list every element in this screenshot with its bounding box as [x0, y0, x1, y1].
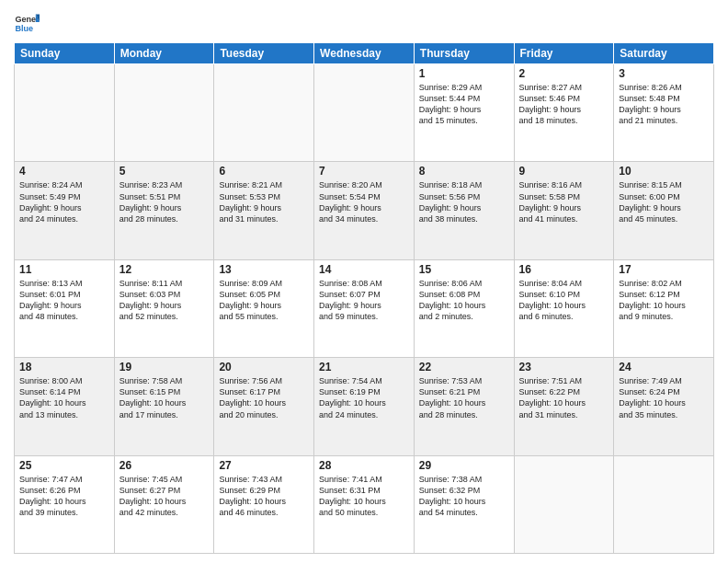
day-number: 26 — [119, 459, 210, 472]
day-info: Sunrise: 7:56 AM Sunset: 6:17 PM Dayligh… — [219, 375, 309, 420]
calendar-day-cell: 4Sunrise: 8:24 AM Sunset: 5:49 PM Daylig… — [15, 162, 115, 259]
calendar-day-cell: 29Sunrise: 7:38 AM Sunset: 6:32 PM Dayli… — [414, 455, 514, 553]
day-number: 5 — [119, 165, 210, 178]
day-number: 1 — [419, 67, 509, 80]
day-number: 24 — [619, 361, 709, 373]
calendar-day-cell: 27Sunrise: 7:43 AM Sunset: 6:29 PM Dayli… — [214, 455, 314, 553]
day-number: 4 — [19, 165, 109, 178]
calendar-day-cell — [114, 64, 214, 162]
day-number: 3 — [619, 67, 709, 80]
day-number: 18 — [19, 361, 109, 373]
day-number: 22 — [419, 361, 509, 373]
page: General Blue Sunday Monday Tuesday — [0, 0, 728, 563]
calendar-day-cell: 1Sunrise: 8:29 AM Sunset: 5:44 PM Daylig… — [414, 64, 514, 162]
day-info: Sunrise: 8:23 AM Sunset: 5:51 PM Dayligh… — [119, 179, 210, 224]
day-number: 17 — [619, 263, 709, 276]
day-info: Sunrise: 7:54 AM Sunset: 6:19 PM Dayligh… — [319, 375, 409, 420]
calendar-day-cell: 19Sunrise: 7:58 AM Sunset: 6:15 PM Dayli… — [114, 358, 214, 455]
calendar-day-cell: 24Sunrise: 7:49 AM Sunset: 6:24 PM Dayli… — [614, 358, 714, 455]
day-info: Sunrise: 7:58 AM Sunset: 6:15 PM Dayligh… — [119, 375, 210, 420]
calendar-day-cell: 22Sunrise: 7:53 AM Sunset: 6:21 PM Dayli… — [414, 358, 514, 455]
calendar-day-cell: 21Sunrise: 7:54 AM Sunset: 6:19 PM Dayli… — [314, 358, 415, 455]
day-number: 29 — [419, 459, 509, 472]
day-info: Sunrise: 8:16 AM Sunset: 5:58 PM Dayligh… — [519, 179, 609, 224]
calendar-day-cell — [514, 455, 614, 553]
logo: General Blue — [14, 9, 43, 35]
day-number: 10 — [619, 165, 709, 178]
day-info: Sunrise: 8:26 AM Sunset: 5:48 PM Dayligh… — [619, 82, 709, 127]
calendar-week-row: 1Sunrise: 8:29 AM Sunset: 5:44 PM Daylig… — [15, 64, 714, 162]
day-number: 2 — [519, 67, 609, 80]
day-info: Sunrise: 8:21 AM Sunset: 5:53 PM Dayligh… — [219, 179, 309, 224]
calendar-day-cell: 28Sunrise: 7:41 AM Sunset: 6:31 PM Dayli… — [314, 455, 415, 553]
day-info: Sunrise: 7:47 AM Sunset: 6:26 PM Dayligh… — [19, 474, 109, 519]
col-thursday: Thursday — [414, 43, 514, 64]
col-wednesday: Wednesday — [314, 43, 415, 64]
day-number: 27 — [219, 459, 309, 472]
day-number: 16 — [519, 263, 609, 276]
calendar-day-cell: 23Sunrise: 7:51 AM Sunset: 6:22 PM Dayli… — [514, 358, 614, 455]
calendar-day-cell: 17Sunrise: 8:02 AM Sunset: 6:12 PM Dayli… — [614, 259, 714, 357]
day-number: 13 — [219, 263, 309, 276]
calendar-day-cell: 10Sunrise: 8:15 AM Sunset: 6:00 PM Dayli… — [614, 162, 714, 259]
day-info: Sunrise: 8:20 AM Sunset: 5:54 PM Dayligh… — [319, 179, 409, 224]
calendar-day-cell: 18Sunrise: 8:00 AM Sunset: 6:14 PM Dayli… — [15, 358, 115, 455]
calendar-day-cell: 15Sunrise: 8:06 AM Sunset: 6:08 PM Dayli… — [414, 259, 514, 357]
col-sunday: Sunday — [15, 43, 115, 64]
day-number: 15 — [419, 263, 509, 276]
header: General Blue — [14, 9, 714, 35]
col-friday: Friday — [514, 43, 614, 64]
calendar-week-row: 11Sunrise: 8:13 AM Sunset: 6:01 PM Dayli… — [15, 259, 714, 357]
day-info: Sunrise: 8:24 AM Sunset: 5:49 PM Dayligh… — [19, 179, 109, 224]
calendar-day-cell — [314, 64, 415, 162]
day-info: Sunrise: 7:41 AM Sunset: 6:31 PM Dayligh… — [319, 474, 409, 519]
day-number: 14 — [319, 263, 409, 276]
calendar-week-row: 18Sunrise: 8:00 AM Sunset: 6:14 PM Dayli… — [15, 358, 714, 455]
day-info: Sunrise: 7:49 AM Sunset: 6:24 PM Dayligh… — [619, 375, 709, 420]
day-info: Sunrise: 8:09 AM Sunset: 6:05 PM Dayligh… — [219, 278, 309, 323]
calendar-day-cell: 5Sunrise: 8:23 AM Sunset: 5:51 PM Daylig… — [114, 162, 214, 259]
day-number: 21 — [319, 361, 409, 373]
day-number: 9 — [519, 165, 609, 178]
col-tuesday: Tuesday — [214, 43, 314, 64]
logo-icon: General Blue — [14, 9, 40, 35]
calendar-table: Sunday Monday Tuesday Wednesday Thursday… — [14, 42, 714, 554]
calendar-day-cell: 6Sunrise: 8:21 AM Sunset: 5:53 PM Daylig… — [214, 162, 314, 259]
day-number: 19 — [119, 361, 210, 373]
day-info: Sunrise: 8:06 AM Sunset: 6:08 PM Dayligh… — [419, 278, 509, 323]
col-monday: Monday — [114, 43, 214, 64]
day-info: Sunrise: 7:53 AM Sunset: 6:21 PM Dayligh… — [419, 375, 509, 420]
calendar-day-cell: 11Sunrise: 8:13 AM Sunset: 6:01 PM Dayli… — [15, 259, 115, 357]
day-info: Sunrise: 8:13 AM Sunset: 6:01 PM Dayligh… — [19, 278, 109, 323]
day-info: Sunrise: 8:29 AM Sunset: 5:44 PM Dayligh… — [419, 82, 509, 127]
calendar-day-cell: 14Sunrise: 8:08 AM Sunset: 6:07 PM Dayli… — [314, 259, 415, 357]
day-number: 23 — [519, 361, 609, 373]
day-info: Sunrise: 8:27 AM Sunset: 5:46 PM Dayligh… — [519, 82, 609, 127]
day-info: Sunrise: 7:45 AM Sunset: 6:27 PM Dayligh… — [119, 474, 210, 519]
calendar-day-cell — [214, 64, 314, 162]
day-number: 11 — [19, 263, 109, 276]
day-info: Sunrise: 7:51 AM Sunset: 6:22 PM Dayligh… — [519, 375, 609, 420]
calendar-day-cell: 7Sunrise: 8:20 AM Sunset: 5:54 PM Daylig… — [314, 162, 415, 259]
calendar-day-cell: 20Sunrise: 7:56 AM Sunset: 6:17 PM Dayli… — [214, 358, 314, 455]
day-info: Sunrise: 8:00 AM Sunset: 6:14 PM Dayligh… — [19, 375, 109, 420]
calendar-week-row: 4Sunrise: 8:24 AM Sunset: 5:49 PM Daylig… — [15, 162, 714, 259]
calendar-day-cell: 2Sunrise: 8:27 AM Sunset: 5:46 PM Daylig… — [514, 64, 614, 162]
svg-text:Blue: Blue — [15, 24, 33, 33]
day-number: 8 — [419, 165, 509, 178]
day-number: 7 — [319, 165, 409, 178]
calendar-day-cell: 25Sunrise: 7:47 AM Sunset: 6:26 PM Dayli… — [15, 455, 115, 553]
day-number: 6 — [219, 165, 309, 178]
day-number: 12 — [119, 263, 210, 276]
calendar-day-cell: 16Sunrise: 8:04 AM Sunset: 6:10 PM Dayli… — [514, 259, 614, 357]
calendar-day-cell: 26Sunrise: 7:45 AM Sunset: 6:27 PM Dayli… — [114, 455, 214, 553]
day-number: 25 — [19, 459, 109, 472]
calendar-header-row: Sunday Monday Tuesday Wednesday Thursday… — [15, 43, 714, 64]
day-info: Sunrise: 8:02 AM Sunset: 6:12 PM Dayligh… — [619, 278, 709, 323]
day-info: Sunrise: 8:18 AM Sunset: 5:56 PM Dayligh… — [419, 179, 509, 224]
day-number: 28 — [319, 459, 409, 472]
calendar-day-cell — [15, 64, 115, 162]
day-info: Sunrise: 7:38 AM Sunset: 6:32 PM Dayligh… — [419, 474, 509, 519]
calendar-day-cell: 8Sunrise: 8:18 AM Sunset: 5:56 PM Daylig… — [414, 162, 514, 259]
day-info: Sunrise: 8:08 AM Sunset: 6:07 PM Dayligh… — [319, 278, 409, 323]
